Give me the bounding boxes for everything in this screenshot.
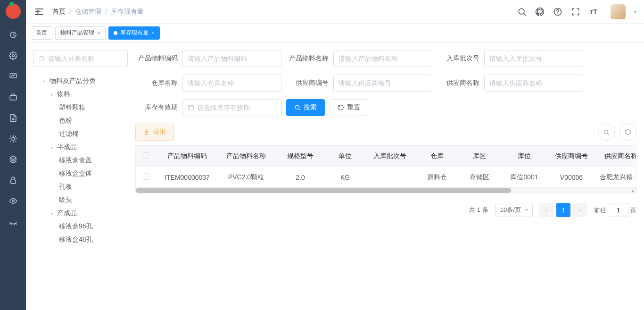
svg-point-12 [604, 130, 608, 134]
filter-form: 产品物料编码 产品物料名称 入库批次号 仓库名称 供应商编号 供应商名称 库存有… [135, 50, 636, 116]
page-prev-button[interactable]: ‹ [539, 203, 553, 217]
tree-leaf[interactable]: 移液盒盒体 [33, 167, 128, 180]
tree-root[interactable]: ▾物料及产品分类 [33, 75, 128, 88]
nav-plugin-icon[interactable] [5, 130, 22, 147]
tree-group-semi[interactable]: ▾半成品 [33, 141, 128, 154]
nav-document-icon[interactable] [5, 109, 22, 126]
page-size-select[interactable]: 10条/页 [495, 203, 533, 217]
topbar: 首页 / 仓储管理 / 库存现有量 тT ▾ [26, 0, 644, 24]
nav-monitor-icon[interactable] [5, 68, 22, 85]
nav-lock-icon[interactable] [5, 172, 22, 189]
help-icon[interactable] [553, 7, 562, 17]
svg-rect-3 [10, 95, 17, 100]
table-header: 产品物料编码 产品物料名称 规格型号 单位 入库批次号 仓库 库区 库位 供应商… [136, 146, 636, 167]
input-supplier-code[interactable] [333, 75, 432, 92]
nav-hide-icon[interactable] [5, 213, 22, 230]
label-warehouse: 仓库名称 [135, 79, 178, 87]
svg-point-1 [12, 55, 14, 57]
tree-leaf[interactable]: 吸头 [33, 193, 128, 207]
sidebar-toggle-icon[interactable] [33, 6, 45, 17]
search-icon[interactable] [517, 7, 527, 17]
svg-point-11 [295, 105, 299, 109]
reset-button[interactable]: 重置 [330, 99, 368, 116]
input-item-code[interactable] [182, 50, 281, 67]
inventory-table: 产品物料编码 产品物料名称 规格型号 单位 入库批次号 仓库 库区 库位 供应商… [135, 145, 636, 193]
github-icon[interactable] [535, 7, 545, 17]
tree-leaf[interactable]: 移液盒48孔 [33, 233, 128, 246]
nav-settings-icon[interactable] [5, 47, 22, 64]
search-icon [39, 55, 45, 62]
close-icon[interactable]: × [151, 30, 155, 36]
tree-leaf[interactable]: 色粉 [33, 114, 128, 127]
page-next-button[interactable]: › [573, 203, 587, 217]
tree-leaf[interactable]: 移液盒盒盖 [33, 154, 128, 167]
table-row[interactable]: ITEM00000037 PVC2.0颗粒 2.0 KG 原料仓 存储区 库位0… [136, 167, 636, 187]
tree-group-finished[interactable]: ▾产成品 [33, 207, 128, 220]
tree-leaf[interactable]: 过滤棉 [33, 127, 128, 141]
tab-home[interactable]: 首页 [31, 26, 52, 40]
nav-eye-icon[interactable] [5, 193, 22, 209]
label-supplier-name: 供应商名称 [437, 79, 479, 87]
toolbar-search-icon[interactable] [598, 124, 615, 141]
svg-point-6 [12, 200, 14, 202]
user-menu-caret-icon[interactable]: ▾ [634, 9, 636, 14]
horizontal-scrollbar[interactable]: ▸ [136, 187, 636, 193]
svg-rect-10 [189, 106, 194, 110]
page-jump-input[interactable] [608, 203, 628, 217]
search-button[interactable]: 搜索 [286, 99, 325, 116]
row-checkbox[interactable] [143, 173, 149, 180]
nav-briefcase-icon[interactable] [5, 89, 22, 106]
app-logo [6, 4, 21, 19]
select-all-checkbox[interactable] [143, 152, 149, 159]
label-batch: 入库批次号 [437, 54, 479, 63]
category-tree: ▾物料及产品分类 ▾物料 塑料颗粒 色粉 过滤棉 ▾半成品 移液盒盒盖 移液盒盒… [33, 75, 128, 246]
tab-inventory[interactable]: 库存现有量× [108, 26, 160, 40]
scroll-right-icon[interactable]: ▸ [629, 188, 636, 193]
tree-leaf[interactable]: 塑料颗粒 [33, 101, 128, 114]
svg-point-4 [12, 137, 15, 140]
tab-material-manage[interactable]: 物料产品管理× [55, 26, 106, 40]
close-icon[interactable]: × [97, 30, 100, 36]
tree-group-material[interactable]: ▾物料 [33, 88, 128, 101]
input-batch[interactable] [484, 50, 583, 67]
scrollbar-thumb[interactable] [136, 188, 511, 193]
fontsize-icon[interactable]: тT [589, 7, 598, 17]
fullscreen-icon[interactable] [571, 7, 580, 17]
breadcrumb: 首页 / 仓储管理 / 库存现有量 [52, 8, 517, 16]
calendar-icon [188, 104, 194, 111]
pagination: 共 1 条 10条/页 ‹ 1 › 前往 页 [135, 203, 636, 217]
tree-leaf[interactable]: 移液盒96孔 [33, 220, 128, 233]
breadcrumb-home[interactable]: 首页 [52, 8, 66, 16]
avatar[interactable] [611, 4, 626, 19]
input-expire[interactable] [182, 99, 281, 116]
breadcrumb-current: 库存现有量 [111, 8, 144, 16]
sidebar-nav [0, 0, 26, 310]
input-warehouse[interactable] [182, 75, 281, 92]
svg-point-7 [519, 8, 524, 14]
tree-leaf[interactable]: 孔板 [33, 180, 128, 193]
input-supplier-name[interactable] [484, 75, 583, 92]
input-item-name[interactable] [333, 50, 432, 67]
toolbar-refresh-icon[interactable] [619, 124, 636, 141]
pagination-total: 共 1 条 [469, 206, 488, 214]
tab-bar: 首页 物料产品管理× 库存现有量× [26, 24, 644, 42]
export-button[interactable]: 导出 [135, 124, 174, 141]
breadcrumb-mid[interactable]: 仓储管理 [75, 8, 101, 16]
label-item-name: 产品物料名称 [286, 54, 329, 63]
page-jump: 前往 页 [594, 203, 636, 217]
label-item-code: 产品物料编码 [135, 54, 178, 63]
svg-rect-5 [10, 180, 16, 184]
tree-search-input[interactable] [33, 50, 128, 67]
nav-dashboard-icon[interactable] [5, 26, 22, 43]
label-expire: 库存有效期 [135, 103, 178, 112]
label-supplier-code: 供应商编号 [286, 79, 329, 87]
nav-layers-icon[interactable] [5, 151, 22, 168]
svg-point-9 [40, 56, 43, 60]
page-number-button[interactable]: 1 [556, 203, 570, 217]
